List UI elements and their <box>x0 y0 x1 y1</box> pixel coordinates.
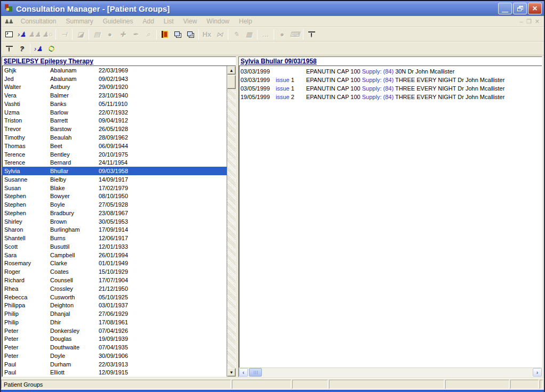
circle-button[interactable]: ● <box>276 29 288 40</box>
patient-row[interactable]: ShantellBurns12/06/1917 <box>2 234 227 242</box>
patient-surname: Cusworth <box>50 294 99 300</box>
restore-button[interactable] <box>513 3 527 14</box>
find-patient-icon: ♟○ <box>42 31 53 38</box>
workspace: $EPILEPSY Epilepsy Therapy GhjkAbalunam2… <box>1 55 544 378</box>
menu-window[interactable]: Window <box>202 17 234 26</box>
record-hscrollbar[interactable]: ‹ › <box>239 368 542 377</box>
patient-row[interactable]: PeterDouthwaite07/04/1935 <box>2 343 227 352</box>
scroll-down-icon[interactable]: ▼ <box>227 368 236 377</box>
add-item-button[interactable]: ✚ <box>116 29 129 40</box>
patient-row[interactable]: PhilipDhir17/08/1961 <box>2 318 227 326</box>
scroll-right-icon[interactable]: › <box>533 368 542 377</box>
mdi-minimize-icon[interactable]: ‒ <box>520 18 523 25</box>
quill-pen-button[interactable]: ✒ <box>129 29 142 40</box>
scroll-up-icon[interactable]: ▲ <box>227 66 236 75</box>
patient-row[interactable]: UzmaBarlow22/07/1932 <box>2 108 227 117</box>
select-window-button[interactable] <box>3 29 15 40</box>
patient-row[interactable]: PhilipDhanjal27/06/1929 <box>2 309 227 318</box>
prescription-row[interactable]: 19/05/1999issue 2EPANUTIN CAP 100 Supply… <box>239 93 542 101</box>
patient-dob: 26/05/1928 <box>99 126 227 132</box>
ellipsis-button[interactable]: … <box>259 29 272 40</box>
patient-row[interactable]: GhjkAbalunam22/03/1969 <box>2 66 227 75</box>
patient-row[interactable]: PeterDoyle30/09/1906 <box>2 352 227 360</box>
patient-row[interactable]: PeterDouglas19/09/1939 <box>2 335 227 344</box>
eraser-button[interactable]: ◪ <box>74 29 87 40</box>
find-patient-button[interactable]: ♟○ <box>41 29 54 40</box>
menu-list[interactable]: List <box>159 17 179 26</box>
patient-row[interactable]: PeterDonkersley07/04/1926 <box>2 326 227 335</box>
patient-first-name: Roger <box>2 268 50 275</box>
patient-row[interactable]: SusanBlake17/02/1979 <box>2 184 227 192</box>
toolbar-separator <box>303 29 303 40</box>
patient-row[interactable]: ScottBusuttil12/01/1933 <box>2 242 227 251</box>
patient-row[interactable]: TristonBarrett09/04/1912 <box>2 117 227 125</box>
patient-row[interactable]: RosemaryClarke01/01/1949 <box>2 259 227 268</box>
bowtie-link-button[interactable]: ⋈ <box>213 29 226 40</box>
refresh-button[interactable] <box>45 43 58 54</box>
patient-row[interactable]: SylviaBhullar09/03/1958 <box>2 167 227 175</box>
patient-row[interactable]: PhilippaDeighton03/01/1937 <box>2 301 227 309</box>
patient-list-scrollbar[interactable]: ▲ ▼ <box>227 66 236 377</box>
menu-guidelines[interactable]: Guidelines <box>98 17 138 26</box>
window-stack-grid-button[interactable] <box>184 29 197 40</box>
red-book-button[interactable] <box>158 29 171 40</box>
patient-row[interactable]: PaulElliott12/09/1915 <box>2 369 227 377</box>
patient-row[interactable]: StephenBowyer08/10/1950 <box>2 192 227 200</box>
patient-row[interactable]: RheaCrossley21/12/1950 <box>2 284 227 293</box>
consultation-chair-button[interactable]: ⊣ <box>58 29 70 40</box>
scroll-left-icon[interactable]: ‹ <box>239 368 248 377</box>
history-hx-button[interactable]: Hx <box>201 29 213 40</box>
patient-row[interactable]: ThomasBeet06/09/1944 <box>2 142 227 150</box>
patient-row[interactable]: RogerCoates15/10/1929 <box>2 267 227 276</box>
patient-row[interactable]: SaraCampbell26/01/1994 <box>2 251 227 259</box>
patient-row[interactable]: SharonBurlingham17/09/1914 <box>2 226 227 234</box>
menu-summary[interactable]: Summary <box>61 17 98 26</box>
patient-row[interactable]: TrevorBarstow26/05/1928 <box>2 125 227 133</box>
menu-add[interactable]: Add <box>138 17 159 26</box>
close-button[interactable]: ✕ <box>528 3 542 14</box>
pencil-button[interactable]: ✎ <box>230 29 243 40</box>
journal-book-button[interactable]: ▤ <box>91 29 103 40</box>
scroll-track[interactable] <box>227 89 236 368</box>
patient-row[interactable]: JedAbalunam09/02/1943 <box>2 75 227 83</box>
patient-row[interactable]: RichardCounsell17/07/1904 <box>2 276 227 284</box>
patient-surname: Bentley <box>50 151 99 158</box>
patient-row[interactable]: VeraBalmer23/10/1940 <box>2 91 227 100</box>
notepad-button[interactable]: ▦ <box>243 29 255 40</box>
patient-row[interactable]: TimothyBeaulah28/09/1962 <box>2 133 227 142</box>
patient-row[interactable]: PaulDurham22/03/1913 <box>2 360 227 369</box>
patient-first-name: Triston <box>2 117 50 124</box>
prescription-row[interactable]: 03/03/1999issue 1EPANUTIN CAP 100 Supply… <box>239 76 542 84</box>
patient-row[interactable]: ShirleyBrown30/05/1953 <box>2 217 227 226</box>
hscroll-track[interactable] <box>262 368 533 377</box>
patient-row[interactable]: SusanneBielby14/09/1917 <box>2 175 227 184</box>
scroll-thumb[interactable] <box>227 75 236 89</box>
prescription-row[interactable]: 03/05/1999issue 1EPANUTIN CAP 100 Supply… <box>239 84 542 93</box>
patient-row[interactable]: WalterAstbury29/09/1920 <box>2 83 227 92</box>
hscroll-thumb[interactable] <box>249 368 262 377</box>
window-stack-button[interactable] <box>171 29 184 40</box>
patient-row[interactable]: TerenceBentley20/10/1975 <box>2 150 227 159</box>
prescription-row[interactable]: 03/03/1999 EPANUTIN CAP 100 Supply: (84)… <box>239 67 542 76</box>
mdi-restore-icon[interactable]: ❐ <box>526 18 532 25</box>
menu-help[interactable]: Help <box>234 17 257 26</box>
patient-first-name: Rosemary <box>2 260 50 266</box>
apple-button[interactable]: ● <box>103 29 116 40</box>
menu-view[interactable]: View <box>179 17 202 26</box>
next-patient-button[interactable]: ›♟ <box>32 43 45 54</box>
keyboard-button[interactable]: ⌨ <box>288 29 301 40</box>
patient-row[interactable]: TerenceBernard24/11/1954 <box>2 158 227 167</box>
search-magnifier-button[interactable]: ⌕ <box>142 29 155 40</box>
next-patient-button[interactable]: ›♟ <box>15 29 28 40</box>
filter-funnel-button[interactable] <box>305 29 318 40</box>
patient-row[interactable]: RebeccaCusworth05/10/1925 <box>2 293 227 301</box>
patient-row[interactable]: VashtiBanks05/11/1910 <box>2 100 227 108</box>
patient-row[interactable]: StephenBoyle27/05/1928 <box>2 200 227 209</box>
patient-row[interactable]: StephenBradbury23/08/1967 <box>2 209 227 217</box>
mdi-close-icon[interactable]: ✕ <box>535 18 540 25</box>
menu-consultation[interactable]: Consultation <box>16 17 61 26</box>
patient-group-button[interactable]: ♟♟ <box>28 29 41 40</box>
help-button[interactable]: ? <box>15 43 28 54</box>
minimize-button[interactable]: — <box>498 3 512 14</box>
filter-funnel-button[interactable] <box>3 43 15 54</box>
